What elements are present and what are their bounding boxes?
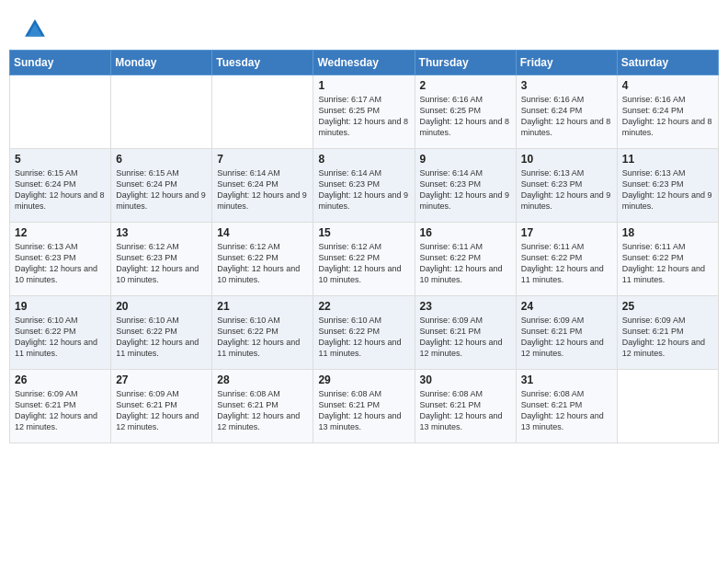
sunrise-text: Sunrise: 6:11 AM: [622, 242, 686, 251]
calendar-cell: 10 Sunrise: 6:13 AM Sunset: 6:23 PM Dayl…: [516, 149, 617, 223]
day-number: 8: [318, 153, 409, 166]
cell-info: Sunrise: 6:09 AM Sunset: 6:21 PM Dayligh…: [15, 388, 106, 433]
day-number: 2: [420, 79, 511, 92]
sunrise-text: Sunrise: 6:09 AM: [15, 389, 78, 398]
cell-info: Sunrise: 6:13 AM Sunset: 6:23 PM Dayligh…: [15, 241, 106, 286]
sunrise-text: Sunrise: 6:09 AM: [521, 316, 585, 325]
sunset-text: Sunset: 6:25 PM: [420, 106, 482, 115]
sunrise-text: Sunrise: 6:13 AM: [15, 242, 78, 251]
sunset-text: Sunset: 6:22 PM: [318, 327, 380, 336]
calendar-cell: 13 Sunrise: 6:12 AM Sunset: 6:23 PM Dayl…: [111, 223, 212, 296]
sunrise-text: Sunrise: 6:13 AM: [622, 168, 686, 178]
calendar-cell: 9 Sunrise: 6:14 AM Sunset: 6:23 PM Dayli…: [415, 149, 516, 223]
day-number: 4: [622, 79, 713, 92]
day-number: 3: [521, 79, 612, 92]
cell-info: Sunrise: 6:10 AM Sunset: 6:22 PM Dayligh…: [116, 315, 207, 360]
sunrise-text: Sunrise: 6:12 AM: [318, 242, 381, 251]
daylight-text: Daylight: 12 hours and 9 minutes.: [622, 190, 712, 211]
sunrise-text: Sunrise: 6:09 AM: [420, 316, 483, 325]
sunrise-text: Sunrise: 6:10 AM: [116, 316, 179, 325]
sunrise-text: Sunrise: 6:10 AM: [318, 316, 381, 325]
daylight-text: Daylight: 12 hours and 12 minutes.: [116, 411, 199, 431]
sunset-text: Sunset: 6:22 PM: [622, 253, 684, 262]
weekday-header-row: SundayMondayTuesdayWednesdayThursdayFrid…: [10, 51, 719, 75]
cell-info: Sunrise: 6:08 AM Sunset: 6:21 PM Dayligh…: [420, 388, 511, 433]
sunset-text: Sunset: 6:21 PM: [420, 400, 482, 409]
day-number: 31: [521, 373, 612, 386]
daylight-text: Daylight: 12 hours and 9 minutes.: [318, 190, 408, 211]
day-number: 6: [116, 153, 207, 166]
calendar-cell: 21 Sunrise: 6:10 AM Sunset: 6:22 PM Dayl…: [212, 296, 313, 370]
sunrise-text: Sunrise: 6:11 AM: [521, 242, 585, 251]
daylight-text: Daylight: 12 hours and 10 minutes.: [15, 264, 97, 284]
daylight-text: Daylight: 12 hours and 10 minutes.: [318, 264, 401, 284]
daylight-text: Daylight: 12 hours and 13 minutes.: [420, 411, 503, 431]
calendar-cell: 19 Sunrise: 6:10 AM Sunset: 6:22 PM Dayl…: [10, 296, 111, 370]
day-number: 5: [15, 153, 106, 166]
cell-info: Sunrise: 6:15 AM Sunset: 6:24 PM Dayligh…: [116, 167, 207, 213]
daylight-text: Daylight: 12 hours and 12 minutes.: [622, 338, 705, 358]
cell-info: Sunrise: 6:15 AM Sunset: 6:24 PM Dayligh…: [15, 167, 106, 213]
daylight-text: Daylight: 12 hours and 13 minutes.: [521, 411, 604, 431]
daylight-text: Daylight: 12 hours and 9 minutes.: [420, 190, 510, 211]
sunset-text: Sunset: 6:23 PM: [521, 179, 583, 189]
sunrise-text: Sunrise: 6:12 AM: [217, 242, 280, 251]
day-number: 22: [318, 300, 409, 313]
sunset-text: Sunset: 6:23 PM: [318, 179, 380, 189]
sunset-text: Sunset: 6:23 PM: [15, 253, 76, 262]
calendar-cell: 26 Sunrise: 6:09 AM Sunset: 6:21 PM Dayl…: [10, 370, 111, 443]
cell-info: Sunrise: 6:09 AM Sunset: 6:21 PM Dayligh…: [116, 388, 207, 433]
sunset-text: Sunset: 6:21 PM: [217, 400, 279, 409]
sunset-text: Sunset: 6:22 PM: [318, 253, 380, 262]
sunset-text: Sunset: 6:24 PM: [15, 179, 76, 189]
cell-info: Sunrise: 6:10 AM Sunset: 6:22 PM Dayligh…: [318, 315, 409, 360]
calendar-cell: 3 Sunrise: 6:16 AM Sunset: 6:24 PM Dayli…: [516, 75, 617, 149]
sunset-text: Sunset: 6:23 PM: [622, 179, 684, 189]
calendar-cell: 1 Sunrise: 6:17 AM Sunset: 6:25 PM Dayli…: [313, 75, 415, 149]
weekday-header-saturday: Saturday: [617, 51, 718, 75]
weekday-header-monday: Monday: [111, 51, 212, 75]
sunset-text: Sunset: 6:21 PM: [622, 327, 684, 336]
cell-info: Sunrise: 6:12 AM Sunset: 6:23 PM Dayligh…: [116, 241, 207, 286]
daylight-text: Daylight: 12 hours and 9 minutes.: [116, 190, 206, 211]
calendar-cell: 17 Sunrise: 6:11 AM Sunset: 6:22 PM Dayl…: [516, 223, 617, 296]
cell-info: Sunrise: 6:14 AM Sunset: 6:24 PM Dayligh…: [217, 167, 308, 213]
calendar-cell: 4 Sunrise: 6:16 AM Sunset: 6:24 PM Dayli…: [617, 75, 718, 149]
sunrise-text: Sunrise: 6:08 AM: [318, 389, 381, 398]
day-number: 27: [116, 373, 207, 386]
calendar-cell: 30 Sunrise: 6:08 AM Sunset: 6:21 PM Dayl…: [415, 370, 516, 443]
daylight-text: Daylight: 12 hours and 9 minutes.: [217, 190, 307, 211]
sunset-text: Sunset: 6:23 PM: [420, 179, 482, 189]
calendar-cell: 14 Sunrise: 6:12 AM Sunset: 6:22 PM Dayl…: [212, 223, 313, 296]
sunrise-text: Sunrise: 6:14 AM: [318, 168, 381, 178]
sunrise-text: Sunrise: 6:08 AM: [521, 389, 585, 398]
calendar-cell: [212, 75, 313, 149]
daylight-text: Daylight: 12 hours and 12 minutes.: [420, 338, 503, 358]
daylight-text: Daylight: 12 hours and 8 minutes.: [622, 117, 712, 137]
weekday-header-friday: Friday: [516, 51, 617, 75]
cell-info: Sunrise: 6:09 AM Sunset: 6:21 PM Dayligh…: [622, 315, 713, 360]
sunrise-text: Sunrise: 6:11 AM: [420, 242, 483, 251]
sunrise-text: Sunrise: 6:10 AM: [15, 316, 78, 325]
calendar-cell: [111, 75, 212, 149]
cell-info: Sunrise: 6:08 AM Sunset: 6:21 PM Dayligh…: [521, 388, 612, 433]
sunrise-text: Sunrise: 6:08 AM: [217, 389, 280, 398]
day-number: 9: [420, 153, 511, 166]
week-row-3: 19 Sunrise: 6:10 AM Sunset: 6:22 PM Dayl…: [10, 296, 719, 370]
day-number: 14: [217, 226, 308, 239]
sunset-text: Sunset: 6:25 PM: [318, 106, 380, 115]
day-number: 23: [420, 300, 511, 313]
daylight-text: Daylight: 12 hours and 11 minutes.: [116, 338, 199, 358]
sunset-text: Sunset: 6:23 PM: [116, 253, 177, 262]
day-number: 28: [217, 373, 308, 386]
daylight-text: Daylight: 12 hours and 11 minutes.: [217, 338, 300, 358]
cell-info: Sunrise: 6:08 AM Sunset: 6:21 PM Dayligh…: [318, 388, 409, 433]
page: SundayMondayTuesdayWednesdayThursdayFrid…: [0, 0, 728, 563]
week-row-1: 5 Sunrise: 6:15 AM Sunset: 6:24 PM Dayli…: [10, 149, 719, 223]
sunset-text: Sunset: 6:21 PM: [521, 400, 583, 409]
calendar-cell: 25 Sunrise: 6:09 AM Sunset: 6:21 PM Dayl…: [617, 296, 718, 370]
day-number: 17: [521, 226, 612, 239]
calendar-cell: 27 Sunrise: 6:09 AM Sunset: 6:21 PM Dayl…: [111, 370, 212, 443]
day-number: 30: [420, 373, 511, 386]
daylight-text: Daylight: 12 hours and 10 minutes.: [217, 264, 300, 284]
